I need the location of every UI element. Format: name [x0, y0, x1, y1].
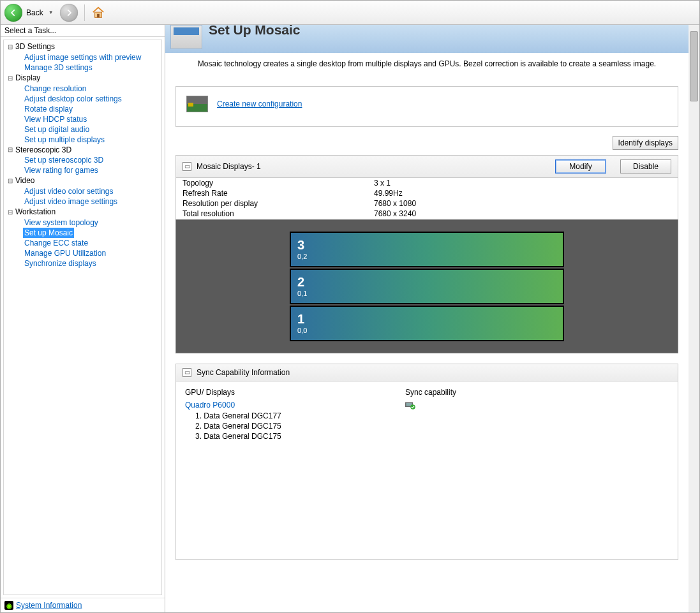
- modify-button[interactable]: Modify: [555, 159, 606, 174]
- display-coord: 0,1: [297, 290, 556, 297]
- task-header: Select a Task...: [1, 25, 165, 37]
- page-title: Set Up Mosaic: [209, 25, 301, 38]
- tree-item[interactable]: Set up multiple displays: [23, 135, 106, 145]
- sync-ok-icon: [405, 401, 415, 408]
- sync-display-item: 1. Data General DGC177: [176, 411, 678, 421]
- tree-item[interactable]: Set up Mosaic: [23, 228, 74, 238]
- display-number: 2: [297, 276, 556, 288]
- scrollbar-thumb[interactable]: [690, 31, 698, 101]
- sync-col-capability: Sync capability: [405, 388, 456, 397]
- property-row: Resolution per display7680 x 1080: [176, 198, 678, 209]
- sync-section-header: ▭ Sync Capability Information: [175, 364, 678, 381]
- display-number: 3: [297, 239, 556, 251]
- back-dropdown-icon[interactable]: ▼: [48, 10, 54, 15]
- mosaic-section-title: Mosaic Displays- 1: [197, 162, 261, 171]
- task-sidebar: Select a Task... ⊟3D SettingsAdjust imag…: [1, 25, 165, 612]
- tree-category[interactable]: Display: [14, 73, 41, 83]
- tree-twisty-icon[interactable]: ⊟: [6, 207, 14, 218]
- tree-item[interactable]: Adjust video color settings: [23, 186, 114, 196]
- tree-item[interactable]: Change ECC state: [23, 238, 89, 248]
- identify-displays-button[interactable]: Identify displays: [613, 136, 678, 150]
- display-box[interactable]: 10,0: [290, 306, 564, 341]
- vertical-scrollbar[interactable]: [689, 25, 699, 612]
- tree-item[interactable]: Change resolution: [23, 84, 87, 94]
- disable-button[interactable]: Disable: [620, 159, 671, 174]
- mosaic-icon: [170, 25, 202, 49]
- property-value: 49.99Hz: [374, 189, 403, 198]
- sync-col-gpu: GPU/ Displays: [185, 388, 405, 397]
- svg-rect-1: [97, 13, 100, 17]
- tree-category[interactable]: Workstation: [14, 207, 57, 217]
- home-icon[interactable]: [91, 6, 105, 20]
- collapse-icon[interactable]: ▭: [182, 368, 191, 377]
- tree-category[interactable]: Stereoscopic 3D: [14, 145, 73, 155]
- sync-panel: GPU/ Displays Sync capability Quadro P60…: [175, 381, 678, 560]
- tree-twisty-icon[interactable]: ⊟: [6, 42, 14, 52]
- forward-button[interactable]: [60, 4, 78, 22]
- property-value: 7680 x 3240: [374, 209, 416, 218]
- back-button[interactable]: [4, 4, 22, 22]
- page-description: Mosaic technology creates a single deskt…: [165, 53, 689, 86]
- sync-display-item: 3. Data General DGC175: [176, 431, 678, 441]
- tree-item[interactable]: View rating for games: [23, 165, 100, 175]
- top-toolbar: Back ▼: [1, 1, 699, 25]
- property-key: Topology: [182, 179, 374, 188]
- tree-item[interactable]: Adjust desktop color settings: [23, 94, 123, 104]
- property-row: Topology3 x 1: [176, 178, 678, 188]
- task-tree[interactable]: ⊟3D SettingsAdjust image settings with p…: [3, 40, 162, 595]
- config-thumbnail-icon: [186, 96, 208, 112]
- system-information-link[interactable]: System Information: [16, 601, 82, 610]
- collapse-icon[interactable]: ▭: [182, 162, 191, 171]
- property-key: Resolution per display: [182, 199, 374, 208]
- tree-item[interactable]: Synchronize displays: [23, 258, 98, 269]
- tree-twisty-icon[interactable]: ⊟: [6, 145, 14, 155]
- create-configuration-link[interactable]: Create new configuration: [217, 100, 302, 108]
- property-key: Refresh Rate: [182, 189, 374, 198]
- tree-item[interactable]: Manage 3D settings: [23, 63, 94, 73]
- content-area: Set Up Mosaic Mosaic technology creates …: [165, 25, 689, 612]
- display-coord: 0,2: [297, 253, 556, 260]
- property-row: Refresh Rate49.99Hz: [176, 188, 678, 198]
- tree-category[interactable]: Video: [14, 175, 36, 186]
- tree-item[interactable]: Adjust video image settings: [23, 196, 119, 207]
- property-key: Total resolution: [182, 209, 374, 218]
- toolbar-separator: [84, 4, 85, 21]
- display-box[interactable]: 20,1: [290, 269, 564, 304]
- tree-item[interactable]: Adjust image settings with preview: [23, 52, 142, 63]
- tree-twisty-icon[interactable]: ⊟: [6, 176, 14, 186]
- property-value: 3 x 1: [374, 179, 391, 188]
- property-value: 7680 x 1080: [374, 199, 416, 208]
- tree-item[interactable]: Set up digital audio: [23, 124, 91, 135]
- gpu-name[interactable]: Quadro P6000: [185, 401, 405, 410]
- tree-item[interactable]: Rotate display: [23, 104, 74, 114]
- mosaic-section-header: ▭ Mosaic Displays- 1 Modify Disable: [175, 155, 678, 178]
- tree-item[interactable]: View HDCP status: [23, 114, 88, 124]
- sync-display-item: 2. Data General DGC175: [176, 421, 678, 431]
- mosaic-properties: Topology3 x 1Refresh Rate49.99HzResoluti…: [175, 178, 678, 219]
- tree-item[interactable]: Manage GPU Utilization: [23, 248, 107, 258]
- display-number: 1: [297, 313, 556, 325]
- display-visualization: 30,220,110,0: [175, 219, 678, 353]
- tree-twisty-icon[interactable]: ⊟: [6, 73, 14, 84]
- display-coord: 0,0: [297, 327, 556, 334]
- tree-item[interactable]: View system topology: [23, 218, 100, 228]
- sync-section-title: Sync Capability Information: [197, 368, 290, 377]
- tree-item[interactable]: Set up stereoscopic 3D: [23, 155, 105, 165]
- page-header: Set Up Mosaic: [165, 25, 689, 53]
- tree-category[interactable]: 3D Settings: [14, 41, 56, 52]
- system-information-row: ◉ System Information: [1, 598, 165, 612]
- display-box[interactable]: 30,2: [290, 232, 564, 267]
- create-panel: Create new configuration: [175, 86, 678, 127]
- nvidia-icon: ◉: [4, 601, 13, 610]
- back-label: Back: [26, 8, 43, 17]
- property-row: Total resolution7680 x 3240: [176, 209, 678, 219]
